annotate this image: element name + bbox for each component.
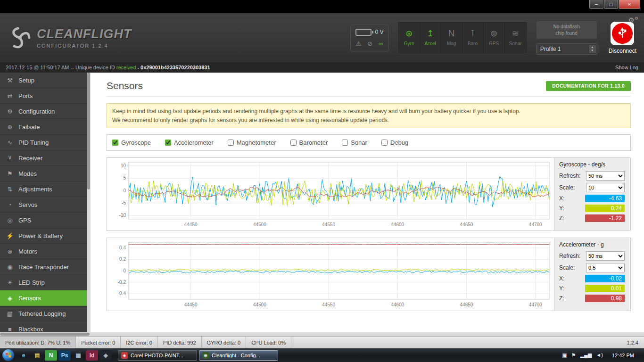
sidebar-item-adjustments[interactable]: ⇅ Adjustments [0,181,87,197]
sidebar-item-sensors[interactable]: ◈ Sensors [0,290,87,306]
svg-text:44500: 44500 [253,302,266,307]
notes-app-icon[interactable]: N [45,350,57,361]
volume-icon[interactable]: ◄) [596,352,603,358]
sidebar-item-configuration[interactable]: ⚙ Configuration [0,104,87,119]
sensor-checkbox-input[interactable] [112,140,118,146]
svg-text:44600: 44600 [391,222,404,227]
sensor-checkbox-input[interactable] [381,140,388,146]
horizontal-scrollbar-thumb[interactable] [0,333,90,336]
taskbar-window-cleanflight[interactable]: ◉ Cleanflight - Config... [199,350,278,361]
status-segment: GYRO delta: 0 [202,337,247,348]
sidebar-item-failsafe[interactable]: ⊕ Failsafe [0,119,87,135]
accel-scale-select[interactable]: 0.5 [586,263,625,272]
svg-text:44700: 44700 [529,302,542,307]
show-log-link[interactable]: Show Log [615,65,638,70]
printer-icon[interactable]: ▦ [72,350,84,361]
axis-z-label: Z: [559,295,564,302]
gyroscope-panel: Gyroscope - deg/s Refresh: 50 ms Scale: … [554,158,629,230]
windows-taskbar: e▤NPs▦Id◈ ◈ Corel PHOTO-PAINT... ◉ Clean… [0,348,644,362]
taskbar-window-icon: ◉ [202,352,209,359]
checkbox-sonar[interactable]: Sonar [342,139,367,146]
sidebar-item-icon: ▤ [6,310,14,317]
system-tray: ▣⚑▂▄▆◄) 12:42 PM [562,352,642,358]
taskbar-window-icon: ◈ [121,352,128,359]
svg-text:44600: 44600 [391,302,404,307]
sidebar-item-tethered-logging[interactable]: ▤ Tethered Logging [0,306,87,321]
sensor-indicator-icon: ⊛ [405,29,413,38]
sensor-indicator-icon: ⊺ [471,29,475,38]
sidebar-item-icon: ⚙ [6,108,14,115]
documentation-button[interactable]: DOCUMENTATION FOR 1.13.0 [546,81,631,91]
sensor-indicator-mag: N Mag [441,23,462,53]
sensor-indicator-gyro: ⊛ Gyro [399,23,420,53]
disconnect-button[interactable]: Disconnect [609,22,636,54]
gyro-refresh-select[interactable]: 50 ms [586,171,625,181]
gyro-scale-select[interactable]: 10 [586,183,625,192]
sensor-indicator-sonar: ≋ Sonar [505,23,526,53]
sidebar-item-icon: ◉ [6,263,14,271]
sensor-checkbox-input[interactable] [342,140,348,146]
sidebar-item-setup[interactable]: ⚒ Setup [0,73,87,88]
internet-explorer-icon[interactable]: e [17,350,30,361]
link-icon: ∞ [379,40,383,47]
titlebar[interactable]: − □ × [0,0,644,13]
sidebar-item-gps[interactable]: ◎ GPS [0,213,87,228]
sensor-checkbox-input[interactable] [228,140,234,146]
action-center-flag-icon[interactable]: ⚑ [571,352,576,358]
start-button[interactable] [2,349,14,361]
sidebar-item-ports[interactable]: ⇄ Ports [0,88,87,104]
indesign-icon[interactable]: Id [86,350,98,361]
sensor-checkbox-input[interactable] [290,140,297,146]
show-desktop-icon[interactable]: ▣ [562,352,567,358]
svg-text:44650: 44650 [460,222,473,227]
sidebar-item-receiver[interactable]: ⊻ Receiver [0,150,87,166]
gyro-x-value: -4.63 [585,195,625,202]
taskbar-window-corel[interactable]: ◈ Corel PHOTO-PAINT... [118,350,197,361]
accelerometer-chart: 4445044500445504460044650447000.40.20-0.… [107,238,554,311]
warning-icon: ⚠ [356,40,362,47]
tray-icons: ▣⚑▂▄▆◄) [562,352,603,358]
horizontal-scrollbar[interactable] [0,332,644,336]
vertical-scrollbar-thumb[interactable] [87,73,90,189]
status-segment: CPU Load: 0% [246,337,291,348]
taskbar-clock[interactable]: 12:42 PM [607,353,639,358]
status-bar: Port utilization: D: 7% U: 1%Packet erro… [0,336,644,348]
cleanflight-logo: CLEANFLIGHT CONFIGURATOR 1.2.4 [8,25,132,50]
log-bar: 2017-12-15 @ 11:50:17 AM -- Unique devic… [0,62,644,73]
folder-icon[interactable]: ▤ [31,350,43,361]
refresh-label: Refresh: [559,173,580,179]
sidebar-item-power-battery[interactable]: ⚡ Power & Battery [0,228,87,244]
sidebar-item-servos[interactable]: ◔ Servos [0,197,87,213]
sidebar-item-icon: ◔ [6,201,14,208]
svg-text:0.2: 0.2 [119,256,126,262]
maximize-button[interactable]: □ [604,0,618,9]
sidebar-item-blackbox[interactable]: ■ Blackbox [0,321,87,332]
sidebar-item-modes[interactable]: ⚑ Modes [0,166,87,181]
checkbox-barometer[interactable]: Barometer [290,139,328,146]
checkbox-debug[interactable]: Debug [381,139,408,146]
main-content: Sensors DOCUMENTATION FOR 1.13.0 Keep in… [91,73,644,332]
media-player-icon[interactable]: ◈ [99,350,112,361]
accel-refresh-select[interactable]: 50 ms [586,251,625,261]
checkbox-accelerometer[interactable]: Accelerometer [165,139,214,146]
accel-x-value: -0.02 [585,275,625,282]
close-button[interactable]: × [619,0,640,9]
vertical-scrollbar[interactable] [87,73,91,332]
sidebar-item-motors[interactable]: ⊗ Motors [0,244,87,259]
settings-gear-icon[interactable]: ⚙⚙ [628,16,638,25]
sidebar-item-icon: ⚡ [6,232,14,239]
profile-select[interactable]: Profile 1 [537,46,597,52]
status-segment: I2C error: 0 [121,337,158,348]
sidebar-item-race-transponder[interactable]: ◉ Race Transponder [0,259,87,275]
photoshop-icon[interactable]: Ps [58,350,71,361]
sidebar-item-pid-tuning[interactable]: ∿ PID Tuning [0,135,87,150]
sensor-checkbox-input[interactable] [165,140,171,146]
checkbox-magnetometer[interactable]: Magnetometer [228,139,276,146]
battery-panel: 0 V ⚠⊘∞ [350,25,389,51]
minimize-button[interactable]: − [589,0,603,9]
sidebar-item-icon: ⇅ [6,186,14,193]
sidebar-item-led-strip[interactable]: ☀ LED Strip [0,275,87,290]
quicklaunch-area: e▤NPs▦Id◈ [17,350,112,361]
network-icon[interactable]: ▂▄▆ [580,352,592,358]
checkbox-gyroscope[interactable]: Gyroscope [112,139,151,146]
